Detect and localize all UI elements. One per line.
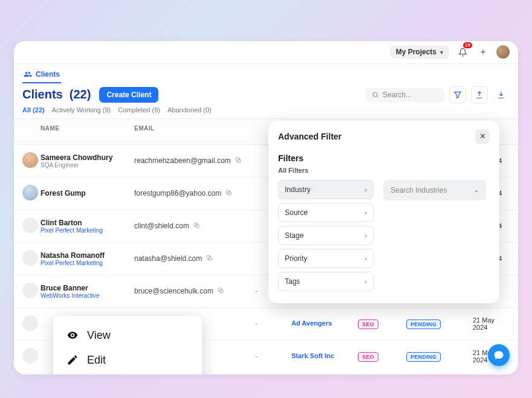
copy-icon[interactable] xyxy=(217,287,224,296)
filter-item-label: Tags xyxy=(285,277,300,286)
client-subtitle: Pixel Perfect Marketing xyxy=(41,227,134,234)
status-pill: PENDING xyxy=(406,319,441,329)
client-avatar xyxy=(22,152,38,168)
tab-clients[interactable]: Clients xyxy=(22,68,61,83)
search-input[interactable]: Search... xyxy=(366,88,444,102)
svg-point-0 xyxy=(373,92,377,97)
copy-icon[interactable] xyxy=(225,189,232,198)
search-placeholder: Search... xyxy=(383,91,412,99)
top-bar: My Projects ▾ xyxy=(14,41,518,64)
filter-item-industry[interactable]: Industry› xyxy=(278,180,374,199)
search-icon xyxy=(372,91,379,98)
title-row: Clients (22) Create Client Search... xyxy=(14,83,518,104)
filter-item-label: Stage xyxy=(285,231,303,240)
download-button[interactable] xyxy=(493,86,510,103)
create-client-button[interactable]: Create Client xyxy=(99,87,158,103)
filter-item-source[interactable]: Source› xyxy=(278,203,374,222)
filter-category-list: Industry›Source›Stage›Priority›Tags› xyxy=(278,180,374,291)
chevron-right-icon: › xyxy=(365,255,367,262)
eye-icon xyxy=(66,329,79,341)
filter-completed[interactable]: Completed (9) xyxy=(118,106,160,114)
client-avatar xyxy=(22,348,38,364)
client-email: clint@shield.com xyxy=(134,222,189,230)
client-avatar xyxy=(22,283,38,298)
section-tabs: Clients xyxy=(14,64,518,83)
client-name: Clint Barton xyxy=(41,219,134,227)
search-industries-placeholder: Search Industries xyxy=(391,186,447,194)
filter-item-label: Industry xyxy=(285,185,311,194)
row-context-menu: View Edit Invite to portal Delete xyxy=(53,316,202,374)
client-company[interactable]: Ad Avengers xyxy=(291,319,358,327)
chevron-right-icon: › xyxy=(365,232,367,239)
advanced-filter-title: Advanced Filter xyxy=(278,132,342,141)
upload-icon xyxy=(475,91,484,99)
chevron-down-icon: ▾ xyxy=(440,49,443,56)
export-button[interactable] xyxy=(471,86,488,103)
client-subtitle: WebWorks Interactive xyxy=(41,292,134,299)
client-avatar xyxy=(22,217,38,233)
menu-view-label: View xyxy=(87,329,111,342)
client-company[interactable]: Stark Soft Inc xyxy=(291,352,358,360)
notifications-bell-icon[interactable] xyxy=(455,45,470,59)
filter-button[interactable] xyxy=(449,86,466,103)
filter-item-stage[interactable]: Stage› xyxy=(278,226,374,245)
client-avatar xyxy=(22,250,38,266)
advanced-filter-panel: Advanced Filter ✕ Filters All Filters In… xyxy=(268,121,499,303)
client-avatar xyxy=(22,315,38,331)
col-email: EMAIL xyxy=(134,125,255,138)
filter-all[interactable]: All (22) xyxy=(22,106,45,114)
search-industries-input[interactable]: Search Industries ⌄ xyxy=(383,180,486,201)
client-name: Bruce Banner xyxy=(41,284,134,292)
all-filters-label: All Filters xyxy=(278,167,490,174)
pencil-icon xyxy=(66,354,79,366)
filter-item-label: Source xyxy=(285,208,308,217)
client-avatar xyxy=(22,185,38,201)
client-email: forestgump86@yahoo.com xyxy=(134,189,221,197)
menu-invite[interactable]: Invite to portal xyxy=(53,373,202,374)
client-email: reachmehzabeen@gmail.com xyxy=(134,156,231,165)
dash-cell: - xyxy=(255,352,291,361)
menu-edit[interactable]: Edit xyxy=(53,348,202,373)
tab-clients-label: Clients xyxy=(36,70,60,79)
client-subtitle: SQA Engineer xyxy=(41,162,134,169)
chat-button[interactable] xyxy=(488,344,510,366)
client-name: Natasha Romanoff xyxy=(41,251,134,260)
menu-view[interactable]: View xyxy=(53,323,202,348)
copy-icon[interactable] xyxy=(206,254,213,263)
col-name: NAME xyxy=(22,125,134,138)
status-filter-tabs: All (22) Actively Working (9) Completed … xyxy=(14,104,518,119)
user-avatar[interactable] xyxy=(496,45,510,59)
filter-active[interactable]: Actively Working (9) xyxy=(52,106,111,114)
page-title: Clients (22) xyxy=(22,88,91,101)
close-filter-button[interactable]: ✕ xyxy=(475,129,490,144)
filter-abandoned[interactable]: Abandoned (0) xyxy=(167,106,212,114)
status-pill: PENDING xyxy=(406,352,441,362)
page-title-text: Clients xyxy=(22,88,63,101)
client-name: Forest Gump xyxy=(41,189,134,197)
close-icon: ✕ xyxy=(479,132,486,141)
chevron-down-icon: ⌄ xyxy=(474,187,479,193)
my-projects-label: My Projects xyxy=(396,48,436,56)
download-icon xyxy=(497,91,505,99)
client-name: Sameera Chowdhury xyxy=(41,153,134,162)
chevron-right-icon: › xyxy=(365,278,367,285)
industry-pill: SEO xyxy=(358,319,378,329)
funnel-icon xyxy=(453,91,462,99)
chevron-right-icon: › xyxy=(365,209,367,216)
industry-pill: SEO xyxy=(358,352,378,362)
copy-icon[interactable] xyxy=(235,156,242,165)
filters-heading: Filters xyxy=(278,153,490,163)
create-date: 21 May 2024 xyxy=(473,316,510,331)
filter-item-label: Priority xyxy=(285,254,307,263)
client-subtitle: Pixel Perfect Marketing xyxy=(41,260,134,266)
page-title-count: (22) xyxy=(70,88,91,101)
dash-cell: - xyxy=(255,319,291,328)
client-email: natasha@shield.com xyxy=(134,254,202,263)
my-projects-dropdown[interactable]: My Projects ▾ xyxy=(390,45,449,59)
chat-icon xyxy=(493,350,504,361)
copy-icon[interactable] xyxy=(193,222,200,231)
filter-item-priority[interactable]: Priority› xyxy=(278,249,374,268)
add-button[interactable] xyxy=(476,45,490,59)
filter-item-tags[interactable]: Tags› xyxy=(278,272,374,291)
clients-icon xyxy=(24,70,32,79)
